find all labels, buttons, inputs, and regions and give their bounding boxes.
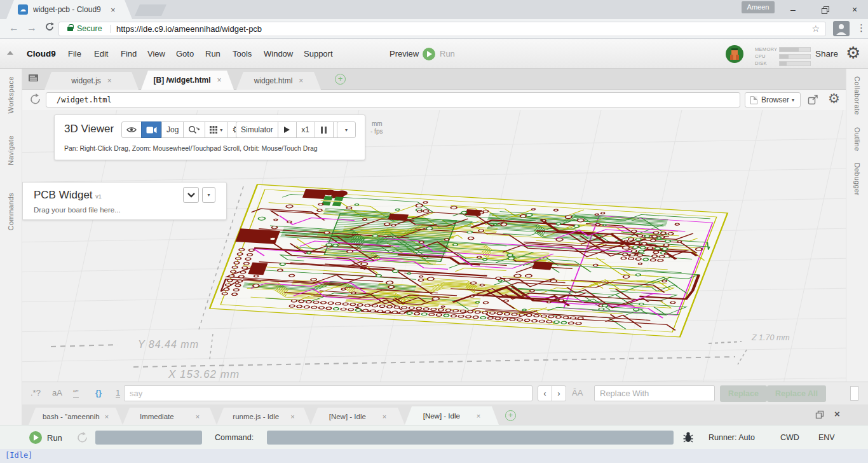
menu-goto[interactable]: Goto [176,49,194,59]
window-minimize-button[interactable]: – [783,3,803,17]
preview-url-input[interactable] [46,92,740,107]
new-tab-shape[interactable] [135,4,166,16]
console-tab-new-1[interactable]: [New] - Idle × [311,408,405,425]
browser-tab[interactable]: ☁ widget-pcb - Cloud9 × [6,0,132,19]
layers-grid-button[interactable]: ▾ [205,121,227,138]
sidebar-item-navigate[interactable]: Navigate [7,135,15,165]
close-tab-icon[interactable]: × [477,412,480,420]
cloud9-brand[interactable]: Cloud9 [27,49,56,59]
menu-window[interactable]: Window [264,49,293,59]
close-tab-icon[interactable]: × [217,76,221,85]
search-input[interactable] [124,385,532,401]
run-button-label[interactable]: Run [440,49,455,59]
show-hide-eye-button[interactable] [121,121,142,138]
console-output[interactable]: [Idle] [0,449,868,463]
bookmark-star-icon[interactable]: ☆ [811,24,820,34]
find-next-button[interactable]: › [552,385,566,401]
menu-tools[interactable]: Tools [233,49,252,59]
sidebar-item-collaborate[interactable]: Collaborate [853,76,861,115]
new-console-tab-icon[interactable]: + [505,410,516,421]
popout-icon[interactable] [808,94,819,106]
browser-mode-dropdown[interactable]: Browser ▾ [745,92,801,107]
console-tab-bash[interactable]: bash - "ameennih × [29,408,123,425]
menu-file[interactable]: File [68,49,81,59]
find-previous-button[interactable]: ‹ [538,385,552,401]
maximize-console-icon[interactable] [815,410,824,419]
sim-pause-button[interactable] [315,121,334,138]
replace-all-button[interactable]: Replace All [767,385,826,402]
menu-edit[interactable]: Edit [94,49,108,59]
browser-menu-icon[interactable]: ⋮ [857,22,866,34]
runner-selector[interactable]: Runner: Auto [709,433,755,442]
window-close-button[interactable]: × [845,3,864,17]
preferences-gear-icon[interactable]: ⚙ [846,43,860,63]
restart-icon[interactable] [76,431,89,444]
menu-run[interactable]: Run [205,49,220,59]
share-button[interactable]: Share [815,49,838,59]
run-config-input[interactable] [95,431,202,445]
sidebar-item-outline[interactable]: Outline [853,127,861,151]
sidebar-item-debugger[interactable]: Debugger [853,163,861,196]
command-input[interactable] [267,431,674,445]
regex-toggle-icon[interactable]: .*? [31,388,41,397]
sim-speed-button[interactable]: x1 [296,121,315,138]
debug-bug-icon[interactable] [683,431,693,443]
replace-button[interactable]: Replace [720,385,767,402]
browser-tab-close-icon[interactable]: × [111,5,116,15]
collapse-menubar-icon[interactable] [7,51,13,55]
highlight-one-toggle-icon[interactable]: 1 [116,388,120,398]
search-in-selection-icon[interactable]: {} [95,388,102,397]
console-run-button[interactable] [29,431,42,444]
zoom-pan-button[interactable] [183,121,205,138]
editor-tab-widget-js[interactable]: widget.js × [44,72,139,90]
console-tab-immediate[interactable]: Immediate × [123,408,217,425]
env-button[interactable]: ENV [818,433,835,442]
console-tab-new-2[interactable]: [New] - Idle × [405,406,499,425]
menu-view[interactable]: View [147,49,165,59]
editor-tab-widget-html-preview[interactable]: [B] /widget.html × [141,71,234,90]
preview-button[interactable]: Preview [390,49,419,59]
viewer-canvas[interactable]: Y 84.44 mm X 153.62 mm Z 1.70 mm mm - fp… [22,110,846,382]
camera-view-button[interactable] [141,121,162,138]
preview-settings-gear-icon[interactable]: ⚙ [828,91,840,106]
close-tab-icon[interactable]: × [290,413,294,420]
close-console-icon[interactable]: × [834,408,840,419]
tab-list-icon[interactable] [28,74,39,84]
browser-profile-badge[interactable]: Ameen [742,1,775,13]
whole-word-toggle-icon[interactable]: “” [73,388,79,398]
editor-tab-widget-html[interactable]: widget.html × [236,72,321,90]
viewer-more-dropdown[interactable]: ▾ [337,121,356,138]
widget-menu-button[interactable]: ▾ [202,187,215,203]
address-bar[interactable]: Secure https://ide.c9.io/ameennihad/widg… [58,22,826,36]
replace-input[interactable] [594,385,715,401]
refresh-icon[interactable] [29,93,42,106]
cwd-button[interactable]: CWD [780,433,799,442]
jog-button[interactable]: Jog [161,121,184,138]
reload-icon[interactable] [44,22,55,34]
user-avatar[interactable] [726,45,743,63]
browser-avatar-button[interactable] [833,21,850,36]
back-icon[interactable]: ← [9,22,19,34]
scrollbar-thumb[interactable] [850,386,858,401]
close-tab-icon[interactable]: × [383,413,386,420]
close-tab-icon[interactable]: × [107,76,112,85]
close-tab-icon[interactable]: × [196,413,200,420]
console-run-label[interactable]: Run [47,433,62,443]
sim-play-button[interactable] [278,121,297,138]
viewer-hint: Pan: Right-Click Drag, Zoom: Mousewheel/… [64,144,318,152]
close-tab-icon[interactable]: × [105,413,109,420]
sidebar-item-workspace[interactable]: Workspace [7,76,15,113]
menu-find[interactable]: Find [121,49,137,59]
simulator-button[interactable]: Simulator [236,121,278,138]
window-restore-button[interactable] [816,4,835,18]
preserve-case-toggle-icon[interactable]: ĀA [572,388,583,397]
new-tab-icon[interactable]: + [335,74,346,85]
match-case-toggle-icon[interactable]: aA [52,388,62,397]
console-tab-runme[interactable]: runme.js - Idle × [217,408,311,425]
sidebar-item-commands[interactable]: Commands [7,193,15,230]
forward-icon[interactable]: → [27,22,37,34]
board-select-button[interactable] [183,187,199,203]
close-tab-icon[interactable]: × [299,76,303,85]
run-button[interactable] [423,48,435,60]
menu-support[interactable]: Support [304,49,333,59]
